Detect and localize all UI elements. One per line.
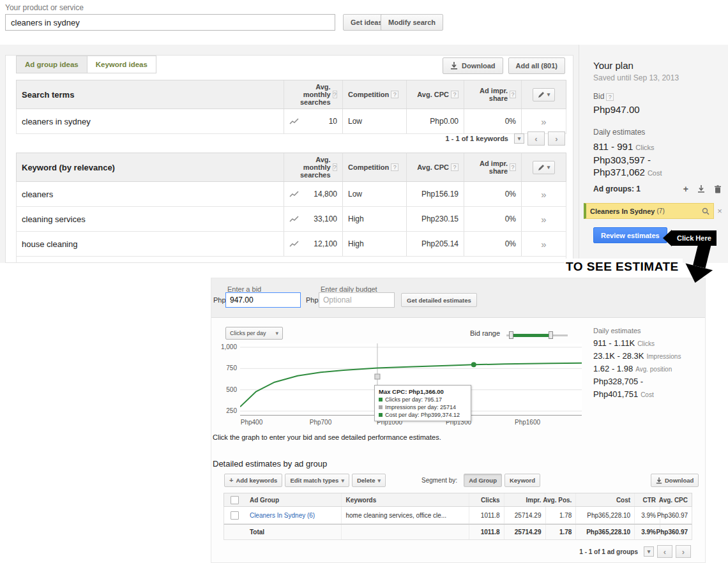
ad-group-item[interactable]: Cleaners In Sydney (7) bbox=[584, 203, 714, 219]
help-icon[interactable]: ? bbox=[451, 91, 459, 98]
col-avg-cpc: Avg. CPC? bbox=[406, 80, 464, 109]
trend-chart-icon[interactable] bbox=[289, 117, 300, 125]
impr-cell: 25714.29 bbox=[504, 507, 545, 523]
help-icon[interactable]: ? bbox=[333, 163, 337, 171]
plan-bid-value: Php947.00 bbox=[593, 104, 640, 115]
slider-handle-left[interactable] bbox=[509, 331, 513, 339]
table-row: Cleaners In Sydney (6) home cleaning ser… bbox=[224, 507, 692, 524]
plan-title: Your plan bbox=[593, 60, 633, 71]
col-edit: ▾ bbox=[521, 153, 566, 181]
add-ad-group-icon[interactable]: + bbox=[683, 184, 688, 193]
cpc-value: Php0.00 bbox=[406, 109, 464, 133]
currency-prefix: Php bbox=[306, 296, 319, 304]
detail-download-button[interactable]: Download bbox=[651, 474, 699, 487]
results-tabs: Ad group ideas Keyword ideas bbox=[16, 56, 156, 73]
results-actions: Download Add all (801) bbox=[443, 57, 565, 74]
x-tick-700: Php700 bbox=[310, 419, 331, 426]
col-avg-pos: Avg. Pos. bbox=[545, 493, 575, 506]
add-to-plan-icon[interactable]: » bbox=[541, 116, 546, 127]
searches-value: 10 bbox=[329, 117, 337, 126]
select-all-checkbox[interactable] bbox=[231, 496, 239, 504]
currency-prefix: Php bbox=[213, 296, 226, 304]
plan-bid-label: Bid? bbox=[593, 92, 614, 101]
trend-chart-icon[interactable] bbox=[289, 240, 300, 248]
chevron-down-icon: ▾ bbox=[518, 135, 521, 142]
review-estimates-button[interactable]: Review estimates bbox=[593, 227, 667, 243]
col-competition: Competition? bbox=[342, 153, 406, 181]
trend-chart-icon[interactable] bbox=[289, 190, 300, 198]
slider-handle-right[interactable] bbox=[549, 331, 553, 339]
download-plan-icon[interactable] bbox=[697, 185, 705, 193]
detail-pagination: 1 - 1 of 1 ad groups ▾ ‹ › bbox=[579, 545, 691, 558]
page-size-select[interactable]: ▾ bbox=[514, 133, 524, 144]
help-icon[interactable]: ? bbox=[391, 163, 398, 171]
add-to-plan-icon[interactable]: » bbox=[541, 189, 546, 200]
segment-ad-group-button[interactable]: Ad Group bbox=[464, 474, 502, 487]
trend-chart-icon[interactable] bbox=[289, 215, 300, 223]
help-icon[interactable]: ? bbox=[510, 91, 516, 98]
prev-page-button[interactable]: ‹ bbox=[657, 545, 672, 558]
avg-pos-cell: 1.78 bbox=[545, 507, 576, 523]
product-service-input[interactable] bbox=[5, 14, 335, 31]
trash-icon[interactable] bbox=[714, 185, 722, 193]
plan-cost-line1: Php303,597 - bbox=[593, 154, 651, 165]
plan-clicks: 811 - 991Clicks bbox=[593, 141, 655, 152]
add-keywords-button[interactable]: +Add keywords bbox=[224, 474, 282, 487]
edit-match-types-button[interactable]: Edit match types▾ bbox=[285, 474, 349, 487]
add-all-button[interactable]: Add all (801) bbox=[508, 57, 565, 74]
edit-columns-button[interactable]: ▾ bbox=[533, 161, 556, 174]
help-icon[interactable]: ? bbox=[606, 93, 614, 101]
keyword-ideas-table: Keyword (by relevance) Avg. monthly sear… bbox=[16, 153, 566, 263]
plan-daily-estimates-label: Daily estimates bbox=[593, 128, 645, 137]
table-row: cleaners in sydney 10 Low Php0.00 0% » bbox=[16, 109, 566, 134]
segment-keyword-button[interactable]: Keyword bbox=[504, 474, 540, 487]
bid-range-slider[interactable] bbox=[506, 331, 568, 340]
table-row: cleaners 14,800 Low Php156.19 0% » bbox=[16, 182, 566, 207]
share-value: 0% bbox=[464, 109, 521, 133]
cpc-value: Php156.19 bbox=[406, 182, 464, 206]
next-page-button[interactable]: › bbox=[676, 545, 691, 558]
search-terms-header: Search terms Avg. monthly searches? Comp… bbox=[16, 80, 566, 109]
next-page-button[interactable]: › bbox=[548, 131, 565, 146]
col-ctr: CTR bbox=[634, 493, 660, 506]
col-keywords: Keywords bbox=[341, 493, 468, 506]
cpc-value: Php205.14 bbox=[406, 232, 464, 256]
tab-ad-group-ideas[interactable]: Ad group ideas bbox=[16, 56, 87, 73]
keywords-cell: home cleaning services, office cle... bbox=[341, 507, 468, 523]
daily-budget-input[interactable] bbox=[319, 292, 395, 308]
magnifier-icon[interactable] bbox=[702, 207, 709, 215]
y-tick-250: 250 bbox=[211, 407, 237, 414]
row-checkbox[interactable] bbox=[231, 511, 239, 520]
modify-search-button[interactable]: Modify search bbox=[381, 14, 443, 31]
download-icon bbox=[656, 477, 662, 484]
estimate-cost-line2: Php401,751Cost bbox=[593, 389, 703, 399]
results-region: Ad group ideas Keyword ideas Download Ad… bbox=[0, 45, 579, 263]
help-icon[interactable]: ? bbox=[333, 91, 337, 98]
close-icon[interactable]: × bbox=[714, 206, 725, 216]
detail-toolbar: +Add keywords Edit match types▾ Delete▾ … bbox=[224, 474, 540, 487]
help-icon[interactable]: ? bbox=[391, 91, 398, 98]
col-cost: Cost bbox=[575, 493, 634, 506]
tab-keyword-ideas[interactable]: Keyword ideas bbox=[87, 56, 156, 73]
keyword-cell: cleaners in sydney bbox=[17, 109, 284, 133]
ad-group-link[interactable]: Cleaners In Sydney (6) bbox=[250, 512, 315, 519]
plan-saved-until: Saved until Sep 13, 2013 bbox=[593, 73, 679, 82]
add-to-plan-icon[interactable]: » bbox=[541, 214, 546, 225]
add-to-plan-icon[interactable]: » bbox=[541, 239, 546, 250]
bid-input[interactable] bbox=[225, 292, 301, 308]
download-icon bbox=[450, 62, 458, 70]
delete-button[interactable]: Delete▾ bbox=[352, 474, 386, 487]
col-edit: ▾ bbox=[521, 80, 566, 109]
help-icon[interactable]: ? bbox=[451, 163, 459, 171]
daily-estimates-panel: Daily estimates 911 - 1.11KClicks 23.1K … bbox=[593, 327, 703, 402]
col-avg-cpc: Avg. CPC? bbox=[406, 153, 464, 181]
metric-dropdown[interactable]: Clicks per day ▾ bbox=[225, 327, 283, 340]
page-size-select[interactable]: ▾ bbox=[644, 546, 654, 557]
download-button[interactable]: Download bbox=[443, 57, 503, 74]
share-value: 0% bbox=[464, 232, 521, 256]
edit-columns-button[interactable]: ▾ bbox=[533, 88, 556, 101]
get-detailed-estimates-button[interactable]: Get detailed estimates bbox=[401, 293, 477, 307]
searches-value: 12,100 bbox=[314, 239, 337, 248]
prev-page-button[interactable]: ‹ bbox=[527, 131, 545, 146]
help-icon[interactable]: ? bbox=[510, 163, 516, 171]
